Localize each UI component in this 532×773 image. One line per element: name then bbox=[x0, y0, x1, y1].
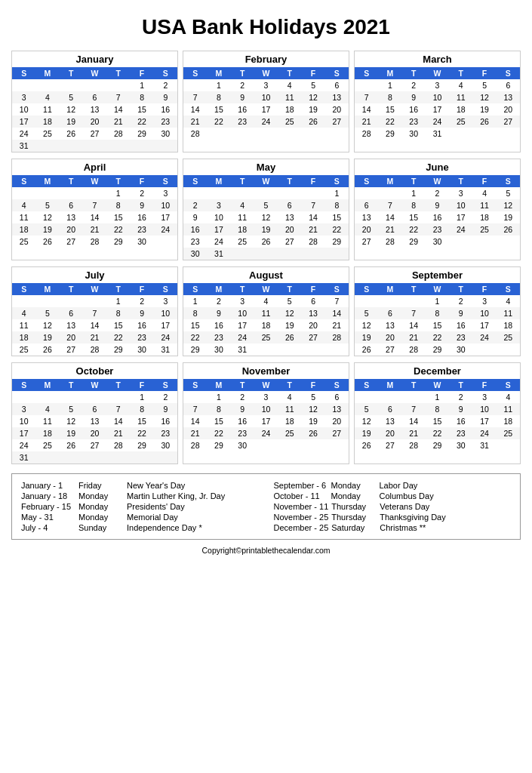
calendar-day: 15 bbox=[106, 319, 130, 331]
calendar-day: 24 bbox=[254, 115, 278, 128]
calendar-day bbox=[254, 128, 278, 140]
cal-table: SMTWTFS123456789101112131415161718192021… bbox=[183, 379, 349, 451]
calendar-day: 13 bbox=[278, 211, 301, 223]
calendar-day bbox=[378, 295, 401, 307]
day-header: T bbox=[60, 283, 83, 295]
calendar-day: 28 bbox=[378, 236, 401, 248]
calendar-day: 30 bbox=[207, 343, 230, 356]
calendar-day: 21 bbox=[183, 115, 207, 128]
calendar-day: 16 bbox=[402, 103, 426, 115]
calendar-week-row: 282930 bbox=[183, 439, 349, 451]
day-header: S bbox=[497, 379, 520, 391]
calendar-week-row: 11121314151617 bbox=[12, 211, 177, 223]
calendar-day: 13 bbox=[83, 103, 106, 115]
calendar-day: 12 bbox=[472, 91, 496, 103]
calendar-day: 25 bbox=[472, 223, 496, 236]
calendar-week-row: 14151617181920 bbox=[183, 103, 349, 115]
calendar-day: 19 bbox=[355, 331, 378, 343]
calendar-day: 16 bbox=[154, 415, 177, 427]
calendar-day: 21 bbox=[106, 115, 130, 128]
calendar-day: 1 bbox=[130, 391, 153, 403]
calendar-day: 14 bbox=[378, 211, 401, 223]
calendar-day: 7 bbox=[83, 307, 106, 319]
calendar-day: 15 bbox=[426, 415, 449, 427]
holidays-right-col: September - 6MondayLabor DayOctober - 11… bbox=[274, 480, 512, 533]
day-header: T bbox=[449, 283, 472, 295]
calendar-week-row: 1234 bbox=[355, 295, 520, 307]
calendar-day: 26 bbox=[278, 331, 301, 343]
calendar-day: 6 bbox=[60, 199, 83, 211]
calendar-day: 12 bbox=[355, 415, 378, 427]
calendar-day: 14 bbox=[301, 211, 324, 223]
month-april: AprilSMTWTFS1234567891011121314151617181… bbox=[11, 159, 178, 260]
day-header: T bbox=[402, 175, 426, 187]
calendar-week-row: 27282930 bbox=[355, 236, 520, 248]
calendar-day: 25 bbox=[449, 115, 472, 128]
calendar-day: 14 bbox=[402, 319, 426, 331]
holidays-table: January - 1FridayNew Year's DayJanuary -… bbox=[21, 480, 511, 533]
month-title: July bbox=[12, 267, 177, 283]
day-header: S bbox=[183, 67, 207, 79]
day-header: S bbox=[12, 379, 35, 391]
calendar-day: 24 bbox=[472, 427, 496, 439]
month-june: JuneSMTWTFS12345678910111213141516171819… bbox=[354, 159, 521, 260]
calendar-day: 17 bbox=[254, 103, 278, 115]
calendar-day: 10 bbox=[449, 199, 472, 211]
month-title: March bbox=[355, 51, 520, 67]
day-header: T bbox=[231, 175, 254, 187]
calendar-day bbox=[130, 140, 153, 152]
calendar-day: 19 bbox=[301, 415, 324, 427]
calendar-day bbox=[301, 187, 324, 199]
calendar-day: 6 bbox=[355, 199, 378, 211]
calendar-day: 23 bbox=[130, 331, 153, 343]
calendar-day: 23 bbox=[231, 427, 254, 439]
cal-table: SMTWTFS123456789101112131415161718192021… bbox=[12, 283, 177, 356]
holidays-left-col: January - 1FridayNew Year's DayJanuary -… bbox=[21, 480, 259, 533]
calendar-day: 8 bbox=[207, 91, 230, 103]
day-header: F bbox=[472, 175, 496, 187]
calendar-day bbox=[231, 248, 254, 260]
day-header: S bbox=[154, 283, 177, 295]
calendar-day: 19 bbox=[497, 211, 520, 223]
calendar-day bbox=[106, 140, 130, 152]
calendar-day: 14 bbox=[183, 415, 207, 427]
calendar-day bbox=[355, 187, 378, 199]
calendar-day: 15 bbox=[106, 211, 130, 223]
calendar-day: 3 bbox=[254, 79, 278, 91]
calendar-day: 16 bbox=[231, 415, 254, 427]
calendar-day: 27 bbox=[378, 343, 401, 356]
month-title: September bbox=[355, 267, 520, 283]
calendar-day: 15 bbox=[325, 211, 349, 223]
calendar-week-row: 1234567 bbox=[183, 295, 349, 307]
calendar-day: 1 bbox=[207, 79, 230, 91]
holidays-box: January - 1FridayNew Year's DayJanuary -… bbox=[11, 473, 521, 540]
calendar-day bbox=[378, 391, 401, 403]
calendar-day: 12 bbox=[35, 211, 59, 223]
calendar-day: 29 bbox=[426, 439, 449, 451]
calendar-day: 25 bbox=[231, 236, 254, 248]
calendar-day: 20 bbox=[60, 223, 83, 236]
calendar-week-row: 78910111213 bbox=[355, 91, 520, 103]
day-header: W bbox=[426, 283, 449, 295]
calendar-day bbox=[472, 343, 496, 356]
calendar-day bbox=[83, 140, 106, 152]
day-header: F bbox=[130, 175, 153, 187]
calendar-day bbox=[183, 187, 207, 199]
day-header: S bbox=[325, 283, 349, 295]
day-header: W bbox=[426, 175, 449, 187]
holiday-day: Saturday bbox=[331, 523, 377, 532]
calendar-day bbox=[278, 187, 301, 199]
calendar-day: 27 bbox=[325, 115, 349, 128]
calendar-day bbox=[278, 343, 301, 356]
calendar-day: 27 bbox=[83, 439, 106, 451]
calendar-week-row: 2345678 bbox=[183, 199, 349, 211]
calendar-day: 12 bbox=[278, 307, 301, 319]
calendar-day: 24 bbox=[154, 331, 177, 343]
calendar-day: 3 bbox=[207, 199, 230, 211]
day-header: M bbox=[35, 283, 59, 295]
day-header: S bbox=[355, 67, 378, 79]
calendar-week-row: 18192021222324 bbox=[12, 331, 177, 343]
calendar-day: 23 bbox=[426, 223, 449, 236]
calendar-day: 27 bbox=[355, 236, 378, 248]
calendar-week-row: 78910111213 bbox=[183, 91, 349, 103]
